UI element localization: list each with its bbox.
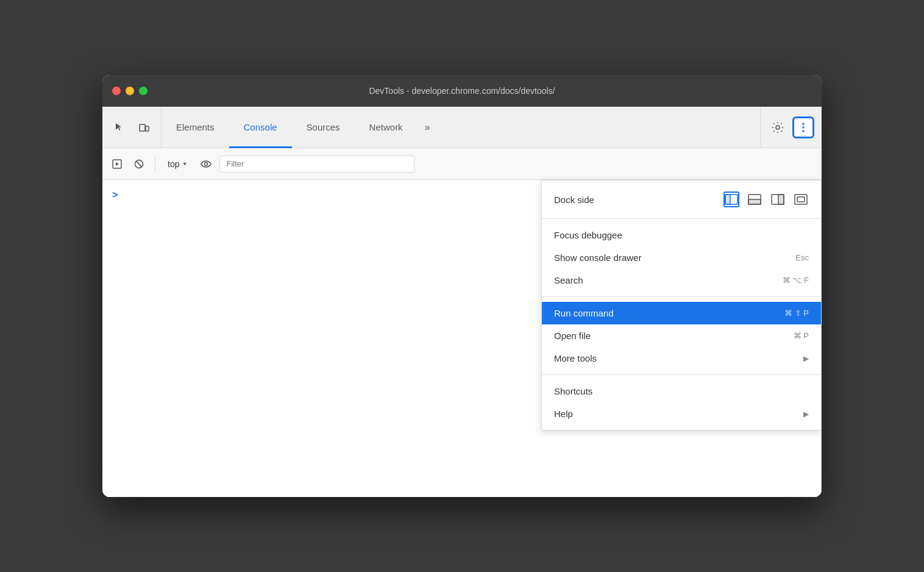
svg-rect-18 — [795, 195, 807, 204]
eye-icon — [201, 160, 211, 168]
menu-focus-debuggee[interactable]: Focus debuggee — [542, 224, 821, 246]
block-icon — [134, 159, 144, 169]
tab-bar-left-icons — [102, 107, 162, 148]
dock-side-section: Dock side — [542, 181, 821, 219]
close-button[interactable] — [112, 87, 121, 95]
svg-rect-0 — [140, 124, 145, 131]
dropdown-arrow-icon — [182, 161, 188, 167]
tab-bar-right-icons — [760, 107, 822, 148]
menu-section-3: Shortcuts Help ▶ — [542, 375, 821, 430]
menu-search[interactable]: Search ⌘ ⌥ F — [542, 269, 821, 291]
clear-console-button[interactable] — [130, 156, 147, 173]
svg-point-3 — [802, 123, 805, 125]
tab-console[interactable]: Console — [229, 107, 292, 148]
menu-shortcuts[interactable]: Shortcuts — [542, 380, 821, 402]
customize-devtools-button[interactable] — [792, 116, 814, 138]
toolbar-divider-1 — [155, 157, 155, 171]
tabs-container: Elements Console Sources Network » — [162, 107, 760, 148]
dropdown-menu: Dock side — [541, 180, 822, 431]
console-prompt: > — [112, 190, 118, 201]
menu-help[interactable]: Help ▶ — [542, 402, 821, 425]
inspect-element-button[interactable] — [110, 118, 129, 137]
tab-network[interactable]: Network — [355, 107, 418, 148]
dock-side-row: Dock side — [542, 185, 821, 213]
dock-left-icon — [725, 194, 738, 205]
dock-icons-group — [723, 191, 809, 207]
device-icon — [138, 122, 149, 133]
run-snippet-button[interactable] — [108, 156, 126, 173]
menu-section-2: Run command ⌘ ⇧ P Open file ⌘ P More too… — [542, 297, 821, 375]
dock-right-button[interactable] — [770, 191, 786, 207]
traffic-lights — [112, 87, 147, 95]
menu-more-tools[interactable]: More tools ▶ — [542, 347, 821, 370]
dock-right-icon — [771, 194, 784, 205]
dock-left-button[interactable] — [723, 191, 739, 207]
svg-rect-1 — [146, 126, 149, 131]
eye-button[interactable] — [197, 156, 215, 173]
svg-rect-15 — [748, 199, 761, 204]
dock-bottom-icon — [748, 194, 761, 205]
svg-marker-10 — [183, 163, 187, 165]
undock-button[interactable] — [793, 191, 809, 207]
menu-run-command[interactable]: Run command ⌘ ⇧ P — [542, 302, 821, 324]
svg-point-4 — [802, 126, 805, 129]
svg-point-5 — [802, 130, 805, 132]
three-dots-icon — [798, 123, 808, 132]
svg-rect-19 — [797, 197, 805, 202]
cursor-icon — [114, 122, 125, 133]
console-toolbar: top — [102, 148, 822, 180]
play-icon — [112, 159, 122, 169]
svg-marker-7 — [116, 162, 119, 166]
tab-bar: Elements Console Sources Network » — [102, 107, 822, 148]
more-tabs-button[interactable]: » — [418, 107, 438, 148]
dock-side-label: Dock side — [554, 195, 594, 205]
dock-bottom-button[interactable] — [747, 191, 762, 207]
svg-point-11 — [205, 162, 208, 165]
title-bar: DevTools - developer.chrome.com/docs/dev… — [102, 75, 822, 107]
undock-icon — [794, 194, 808, 205]
filter-input[interactable] — [219, 156, 414, 173]
gear-icon — [772, 121, 784, 134]
minimize-button[interactable] — [126, 87, 134, 95]
svg-rect-13 — [725, 195, 730, 204]
menu-section-1: Focus debuggee Show console drawer Esc S… — [542, 219, 821, 297]
device-toggle-button[interactable] — [134, 118, 154, 137]
svg-rect-17 — [778, 195, 784, 204]
tab-sources[interactable]: Sources — [292, 107, 355, 148]
settings-button[interactable] — [768, 118, 787, 137]
tab-elements[interactable]: Elements — [162, 107, 229, 148]
window-title: DevTools - developer.chrome.com/docs/dev… — [369, 86, 555, 96]
maximize-button[interactable] — [139, 87, 147, 95]
main-content: > Dock side — [102, 180, 822, 497]
menu-show-console-drawer[interactable]: Show console drawer Esc — [542, 246, 821, 269]
svg-point-2 — [776, 126, 780, 129]
context-selector[interactable]: top — [163, 157, 193, 171]
devtools-window: DevTools - developer.chrome.com/docs/dev… — [102, 75, 822, 497]
svg-line-9 — [136, 161, 141, 166]
menu-open-file[interactable]: Open file ⌘ P — [542, 324, 821, 347]
